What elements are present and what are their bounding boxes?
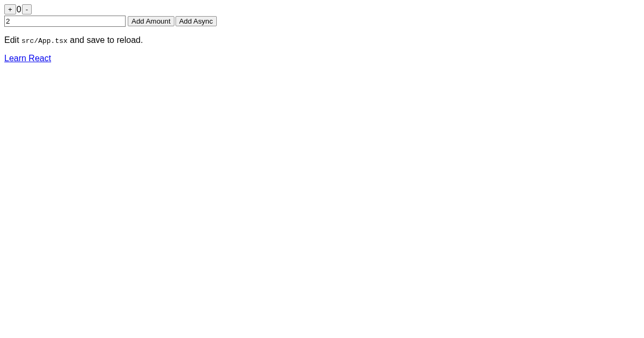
decrement-button[interactable]: - [22, 4, 32, 14]
counter-row: + 0 - [4, 4, 640, 14]
learn-react-link[interactable]: Learn React [4, 54, 51, 63]
amount-input[interactable] [4, 16, 126, 27]
add-amount-button[interactable]: Add Amount [128, 16, 174, 26]
instruction-suffix: and save to reload. [68, 35, 143, 45]
instruction-prefix: Edit [4, 35, 21, 45]
amount-row: Add Amount Add Async [4, 16, 640, 27]
instruction-text: Edit src/App.tsx and save to reload. [4, 35, 640, 45]
counter-value: 0 [16, 5, 22, 14]
add-async-button[interactable]: Add Async [175, 16, 217, 26]
increment-button[interactable]: + [4, 4, 16, 14]
instruction-code: src/App.tsx [21, 37, 68, 45]
